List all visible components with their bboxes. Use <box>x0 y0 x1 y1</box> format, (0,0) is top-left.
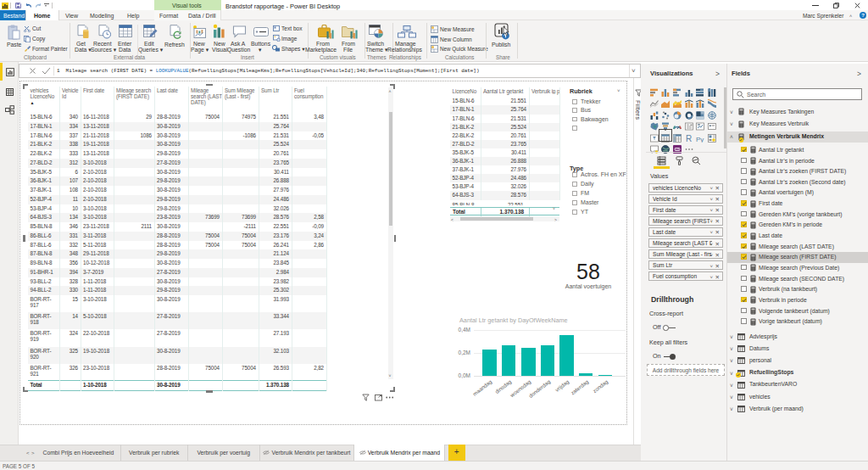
svg-text:R: R <box>686 134 692 143</box>
svg-text:Py: Py <box>696 135 704 143</box>
